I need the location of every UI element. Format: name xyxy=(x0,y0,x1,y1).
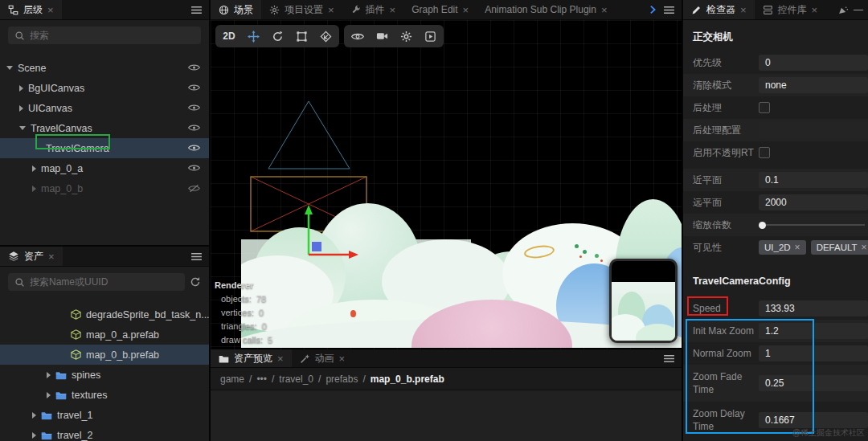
close-icon[interactable]: × xyxy=(328,5,334,15)
eye-icon[interactable] xyxy=(188,63,200,71)
eye-icon[interactable] xyxy=(188,84,200,92)
visibility-tag-ui2d[interactable]: UI_2D× xyxy=(759,240,806,255)
visibility-icon[interactable] xyxy=(346,27,370,46)
normal-zoom-input[interactable]: 1 xyxy=(759,345,868,361)
assets-search[interactable] xyxy=(8,273,185,291)
tree-node-map-0-a[interactable]: map_0_a xyxy=(0,158,209,178)
tab-scene[interactable]: 场景 xyxy=(211,0,261,19)
mode-2d-button[interactable]: 2D xyxy=(217,27,241,46)
chevron-down-icon[interactable] xyxy=(19,126,26,130)
menu-icon[interactable] xyxy=(663,6,675,14)
close-icon[interactable]: × xyxy=(463,5,469,15)
speed-input[interactable]: 133.93 xyxy=(759,300,868,316)
near-plane-input[interactable]: 0.1 xyxy=(759,172,868,188)
tab-widget-library[interactable]: 控件库 × xyxy=(755,0,826,19)
menu-icon[interactable] xyxy=(190,252,203,261)
minimize-icon[interactable]: — xyxy=(854,4,863,15)
tab-graph-edit[interactable]: Graph Edit × xyxy=(403,0,477,19)
asset-item-prefab-selected[interactable]: map_0_b.prefab xyxy=(0,345,209,365)
eye-icon[interactable] xyxy=(188,144,200,152)
breadcrumb-segment[interactable]: prefabs xyxy=(326,374,358,385)
asset-item-prefab[interactable]: map_0_a.prefab xyxy=(0,325,209,345)
postprocess-checkbox[interactable] xyxy=(759,102,770,113)
folder-icon xyxy=(41,431,52,440)
rotate-tool-icon[interactable] xyxy=(265,27,289,46)
search-icon xyxy=(14,277,25,288)
priority-input[interactable]: 0 xyxy=(759,55,868,71)
eye-icon[interactable] xyxy=(188,164,200,172)
play-preview-icon[interactable] xyxy=(418,27,442,46)
asset-item-prefab[interactable]: degradeSprite_bd_task_n... xyxy=(0,304,209,325)
eye-off-icon[interactable] xyxy=(188,184,200,193)
breadcrumb-ellipsis[interactable]: ••• xyxy=(256,374,267,385)
eye-icon[interactable] xyxy=(188,104,200,112)
asset-folder-travel-1[interactable]: travel_1 xyxy=(0,405,209,425)
far-plane-input[interactable]: 2000 xyxy=(759,194,868,210)
megaphone-icon[interactable] xyxy=(837,5,849,15)
move-tool-icon[interactable] xyxy=(241,27,265,46)
tab-project-settings[interactable]: 项目设置 × xyxy=(261,0,342,19)
zoom-fade-time-input[interactable]: 0.25 xyxy=(759,375,868,391)
tab-assets[interactable]: 资产 × xyxy=(0,247,63,266)
breadcrumb-segment[interactable]: travel_0 xyxy=(279,374,313,385)
chevron-right-icon[interactable] xyxy=(32,165,36,172)
menu-icon[interactable] xyxy=(190,6,203,14)
close-icon[interactable]: × xyxy=(277,353,284,364)
opaque-rt-checkbox[interactable] xyxy=(759,147,770,158)
chevron-right-icon[interactable] xyxy=(47,372,51,378)
close-icon[interactable]: × xyxy=(47,5,54,15)
close-icon[interactable]: × xyxy=(339,353,346,364)
hierarchy-search-input[interactable] xyxy=(30,30,194,41)
assets-search-input[interactable] xyxy=(30,276,178,288)
tree-node-travelcanvas[interactable]: TravelCanvas xyxy=(0,118,209,138)
settings-gear-icon[interactable] xyxy=(394,27,418,46)
chevron-right-icon[interactable] xyxy=(47,392,51,398)
postprocess-config-field[interactable] xyxy=(759,122,868,138)
close-icon[interactable]: × xyxy=(390,5,396,15)
assets-tree: degradeSprite_bd_task_n... map_0_a.prefa… xyxy=(0,297,209,441)
zoom-ratio-slider[interactable] xyxy=(759,222,868,229)
close-icon[interactable]: × xyxy=(812,5,818,15)
chevron-right-icon[interactable] xyxy=(19,105,23,112)
camera-icon[interactable] xyxy=(370,27,394,46)
tab-inspector[interactable]: 检查器 × xyxy=(683,0,755,19)
chevron-right-icon[interactable] xyxy=(32,432,36,439)
rect-transform-tool-icon[interactable] xyxy=(289,27,313,46)
asset-folder-spines[interactable]: spines xyxy=(0,365,209,385)
refresh-icon[interactable] xyxy=(190,276,201,288)
hierarchy-search[interactable] xyxy=(8,27,201,44)
clear-mode-select[interactable]: none xyxy=(759,77,868,93)
scene-viewport[interactable]: Renderer objects:78 vertices:0 triangles… xyxy=(211,20,682,349)
chevron-down-icon[interactable] xyxy=(6,66,13,70)
close-icon[interactable]: × xyxy=(740,5,747,15)
tab-hierarchy[interactable]: 层级 × xyxy=(0,0,62,19)
tab-asset-preview[interactable]: 资产预览 × xyxy=(211,349,292,367)
eye-icon[interactable] xyxy=(188,124,200,132)
visibility-tag-default[interactable]: DEFAULT× xyxy=(811,240,868,255)
asset-folder-textures[interactable]: textures xyxy=(0,385,209,405)
chevron-right-icon[interactable] xyxy=(19,85,23,92)
chevron-right-icon[interactable] xyxy=(32,186,36,192)
asset-folder-travel-2[interactable]: travel_2 xyxy=(0,425,209,441)
chevron-more-icon[interactable] xyxy=(647,4,658,15)
close-icon[interactable]: × xyxy=(862,242,867,253)
chevron-right-icon[interactable] xyxy=(32,412,36,419)
tab-label: 项目设置 xyxy=(285,3,323,17)
gizmo-tool-icon[interactable] xyxy=(313,27,338,46)
tree-node-map-0-b[interactable]: map_0_b xyxy=(0,178,209,198)
camera-preview-thumbnail[interactable] xyxy=(609,259,678,343)
close-icon[interactable]: × xyxy=(795,242,800,253)
zoom-delay-time-input[interactable]: 0.1667 xyxy=(759,412,868,428)
close-icon[interactable]: × xyxy=(48,251,55,262)
tree-node-scene[interactable]: Scene xyxy=(0,58,209,78)
tree-node-uicanvas[interactable]: UICanvas xyxy=(0,98,209,118)
tab-animation[interactable]: 动画 × xyxy=(292,349,354,367)
close-icon[interactable]: × xyxy=(601,5,608,15)
breadcrumb-segment[interactable]: game xyxy=(220,374,244,385)
tree-node-travelcamera[interactable]: TravelCamera xyxy=(0,138,209,158)
tab-plugin[interactable]: 插件 × xyxy=(342,0,404,19)
tree-node-bguicanvas[interactable]: BgUICanvas xyxy=(0,78,209,98)
menu-icon[interactable] xyxy=(663,354,675,363)
init-max-zoom-input[interactable]: 1.2 xyxy=(759,323,868,339)
tab-animation-sub-clip[interactable]: Animation Sub Clip Plugin × xyxy=(477,0,615,19)
